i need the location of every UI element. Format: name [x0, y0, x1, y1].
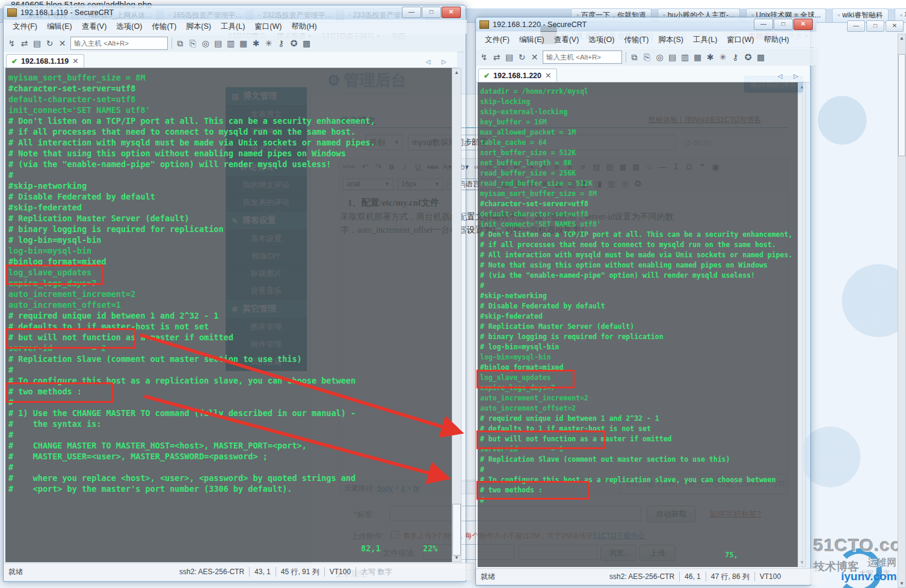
menu-item[interactable]: 选项(O): [584, 33, 618, 47]
vi-cursor-position: 75,: [725, 551, 738, 559]
find-icon[interactable]: ◎: [655, 52, 664, 63]
terminal-line: max_allowed_packet = 1M: [480, 127, 798, 138]
crt119-scrollbar[interactable]: ▲ ▼: [452, 68, 461, 562]
disconnect-icon[interactable]: ✕: [58, 38, 67, 49]
menu-item[interactable]: 脚本(S): [182, 20, 215, 34]
close-button[interactable]: ✕: [442, 7, 461, 18]
find-icon[interactable]: ◎: [201, 38, 210, 49]
global-options-icon[interactable]: ✳: [718, 52, 727, 63]
copy-icon[interactable]: ⧉: [630, 52, 639, 63]
terminal-line: #skip-federated: [8, 202, 452, 213]
terminal-line: # where you replace <host>, <user>, <pas…: [8, 473, 452, 483]
terminal-line: #: [8, 462, 452, 473]
status-size: 45 行, 91 列: [281, 567, 319, 577]
menu-item[interactable]: 工具(L): [689, 33, 721, 47]
menu-item[interactable]: 文件(F): [8, 20, 42, 34]
menu-item[interactable]: 脚本(S): [654, 33, 688, 47]
terminal-line: # Replication Master Server (default): [8, 213, 452, 224]
tab-close-icon[interactable]: ✕: [72, 57, 78, 66]
menu-item[interactable]: 帮助(H): [759, 33, 793, 47]
properties-icon[interactable]: ✱: [706, 52, 715, 63]
tab-close-icon[interactable]: ✕: [545, 71, 551, 80]
page-scrollbar-thumb[interactable]: [898, 54, 905, 156]
key-agent-icon[interactable]: ⚷: [731, 52, 740, 63]
menu-item[interactable]: 窗口(W): [723, 33, 758, 47]
maximize-button[interactable]: □: [422, 7, 441, 18]
connect-icon[interactable]: ⇄: [492, 52, 501, 63]
menu-item[interactable]: 编辑(E): [43, 20, 76, 34]
reconnect-icon[interactable]: ↻: [517, 52, 526, 63]
terminal-line: log-bin=mysql-bin: [8, 245, 452, 256]
menu-item[interactable]: 查看(V): [78, 20, 111, 34]
terminal-line: # if all processes that need to connect …: [480, 240, 798, 250]
print-icon[interactable]: ▦: [239, 38, 248, 49]
terminal-line: # Note that using this option without en…: [480, 260, 798, 271]
session-tab-220[interactable]: ✔ 192.168.1.220 ✕: [478, 69, 557, 82]
browser-maximize-button[interactable]: □: [866, 20, 884, 32]
highlight-logbin-right: [476, 370, 575, 388]
crt119-menubar: 文件(F)编辑(E)查看(V)选项(O)传输(T)脚本(S)工具(L)窗口(W)…: [4, 20, 467, 34]
app-icon: [479, 20, 489, 29]
menu-item[interactable]: 选项(O): [112, 20, 146, 34]
menu-item[interactable]: 编辑(E): [515, 33, 549, 47]
quick-connect-icon[interactable]: ↯: [7, 38, 16, 49]
terminal-line: #skip-networking: [8, 180, 452, 191]
disconnect-icon[interactable]: ✕: [530, 52, 539, 63]
help-icon[interactable]: ✪: [289, 38, 298, 49]
paste-icon[interactable]: ⎘: [643, 52, 652, 63]
crt119-terminal[interactable]: myisam_sort_buffer_size = 8M#character-s…: [5, 68, 452, 562]
quick-connect-icon[interactable]: ↯: [479, 52, 488, 63]
print-icon[interactable]: ▦: [693, 52, 702, 63]
status-size: 47 行, 86 列: [711, 572, 750, 582]
menu-item[interactable]: 传输(T): [620, 33, 653, 47]
crt119-scrollbar-thumb[interactable]: [452, 504, 461, 556]
close-button[interactable]: ✕: [794, 19, 813, 30]
minimize-button[interactable]: —: [754, 19, 773, 30]
connected-check-icon: ✔: [11, 57, 17, 66]
properties-icon[interactable]: ✱: [251, 38, 260, 49]
print-preview-icon[interactable]: ▤: [668, 52, 677, 63]
print-preview-icon[interactable]: ▤: [214, 38, 223, 49]
terminal-line: # Disable Federated by default: [480, 301, 798, 311]
status-terminal-type: VT100: [330, 568, 351, 576]
tab-scroll-arrows[interactable]: ◁ ▷: [778, 73, 809, 82]
minimize-button[interactable]: —: [402, 7, 421, 18]
menu-item[interactable]: 文件(F): [481, 33, 514, 47]
menu-item[interactable]: 工具(L): [217, 20, 249, 34]
terminal-line: # required unique id between 1 and 2^32 …: [480, 414, 798, 424]
crt220-scrollbar[interactable]: ▲ ▼: [798, 82, 806, 567]
reconnect-icon[interactable]: ↻: [45, 38, 54, 49]
host-input[interactable]: [543, 51, 622, 64]
paste-icon[interactable]: ⎘: [188, 38, 197, 49]
browser-minimize-button[interactable]: —: [847, 20, 865, 32]
print-eject-icon[interactable]: ▥: [226, 38, 235, 49]
watermark-iyunv: iyunv.com: [841, 570, 897, 583]
open-session-icon[interactable]: ▤: [32, 38, 42, 49]
status-cipher: ssh2: AES-256-CTR: [609, 572, 674, 581]
open-session-icon[interactable]: ▤: [505, 52, 514, 63]
copy-icon[interactable]: ⧉: [176, 38, 185, 49]
global-options-icon[interactable]: ✳: [264, 38, 273, 49]
session-tab-119[interactable]: ✔ 192.168.1.119 ✕: [6, 54, 84, 67]
layout-icon[interactable]: ▩: [302, 38, 311, 49]
connected-check-icon: ✔: [484, 72, 490, 80]
terminal-line: skip-external-locking: [480, 107, 798, 117]
menu-item[interactable]: 查看(V): [550, 33, 584, 47]
help-icon[interactable]: ✪: [744, 52, 753, 63]
toolbar-separator: [171, 38, 172, 49]
maximize-button[interactable]: □: [774, 19, 793, 30]
tab-scroll-arrows[interactable]: ◁ ▷: [426, 58, 457, 67]
status-cipher: ssh2: AES-256-CTR: [179, 568, 244, 576]
host-input[interactable]: [70, 37, 168, 50]
crt119-titlebar[interactable]: 192.168.1.119 - SecureCRT — □ ✕: [4, 5, 464, 19]
connect-icon[interactable]: ⇄: [20, 38, 29, 49]
terminal-line: # All interaction with mysqld must be ma…: [480, 250, 798, 260]
print-eject-icon[interactable]: ▥: [680, 52, 689, 63]
layout-icon[interactable]: ▩: [756, 52, 765, 63]
menu-item[interactable]: 传输(T): [147, 20, 180, 34]
menu-item[interactable]: 窗口(W): [250, 20, 286, 34]
key-agent-icon[interactable]: ⚷: [277, 38, 286, 49]
browser-close-button[interactable]: ✕: [886, 20, 904, 32]
menu-item[interactable]: 帮助(H): [287, 20, 321, 34]
crt220-titlebar[interactable]: 192.168.1.220 - SecureCRT — □ ✕: [476, 17, 816, 31]
